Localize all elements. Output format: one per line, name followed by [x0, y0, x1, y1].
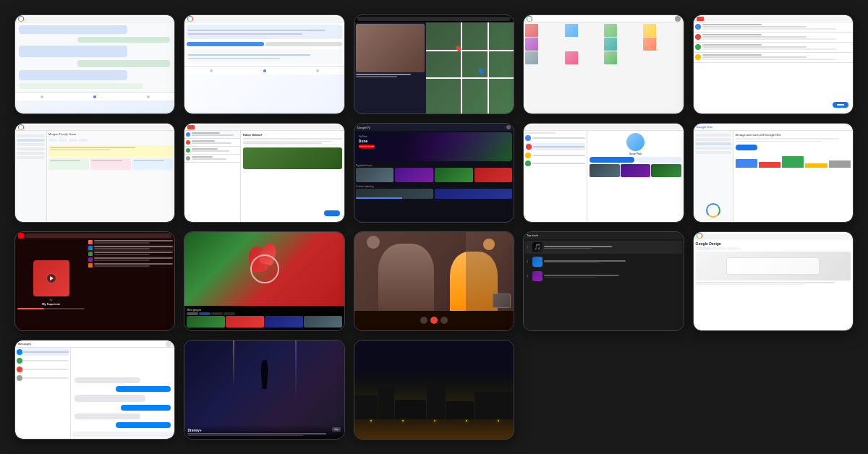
- top-charts-label: Top charts: [527, 234, 538, 237]
- supermix-label: My Supermix: [42, 302, 60, 306]
- tab-dot: [210, 69, 213, 72]
- google-logo: [187, 16, 193, 22]
- google-logo: [527, 16, 532, 22]
- tab-dot: [147, 95, 150, 98]
- disney-plus-label: Disney+: [187, 428, 341, 432]
- main-container: Morgan Family Home: [0, 0, 868, 454]
- get-storage-button[interactable]: [736, 145, 757, 150]
- search-bar[interactable]: [704, 234, 850, 238]
- tablet-translate[interactable]: [184, 14, 344, 114]
- storage-circle: [706, 203, 720, 218]
- play-button[interactable]: [46, 273, 56, 283]
- search-bar[interactable]: [195, 17, 341, 21]
- call-button[interactable]: [636, 157, 681, 163]
- google-logo: [18, 16, 24, 22]
- tab-dot: [41, 95, 43, 98]
- youtube-label: YouTube: [359, 135, 509, 138]
- avatar[interactable]: [166, 341, 171, 347]
- tablet-google-one[interactable]: Google One: [693, 123, 854, 223]
- tablet-google-meet[interactable]: [354, 231, 514, 331]
- tablet-contacts[interactable]: Susie Park: [523, 123, 684, 223]
- google-logo: [18, 124, 24, 130]
- google-tv-label: GoogleTV: [357, 126, 370, 129]
- search-bar-dark[interactable]: [357, 17, 511, 21]
- search-bar[interactable]: [25, 125, 171, 129]
- compose-button[interactable]: [324, 210, 340, 216]
- search-bar[interactable]: [25, 17, 171, 21]
- dune-title: Dune: [359, 139, 509, 143]
- bottom-tab-bar: [184, 66, 344, 74]
- tablets-grid: Morgan Family Home: [0, 0, 868, 454]
- tab-dot-active: [263, 69, 266, 72]
- why-badge: why: [332, 427, 340, 432]
- search-bar[interactable]: [196, 125, 341, 129]
- compose-button[interactable]: [833, 102, 848, 108]
- tablet-messages[interactable]: Messages: [14, 340, 175, 440]
- tablet-morgan-family[interactable]: Morgan Family Home: [14, 123, 175, 223]
- tahoe-subject: Tahoe Debrief: [243, 133, 342, 137]
- plant-name: Red ginger: [187, 308, 341, 312]
- google-one-label: Google One: [697, 125, 713, 129]
- watch-youtube-button[interactable]: Watch on YouTube: [359, 145, 375, 148]
- tablet-gmail-tahoe[interactable]: Tahoe Debrief: [184, 123, 344, 223]
- contact-name: Susie Park: [590, 153, 681, 155]
- youtube-music-logo: [18, 233, 24, 239]
- search-bar-dark[interactable]: [25, 234, 171, 238]
- tablet-assistant-chat[interactable]: [14, 14, 175, 114]
- end-call-button[interactable]: [430, 317, 438, 324]
- mute-button[interactable]: [420, 317, 427, 324]
- bottom-tab-bar: [15, 92, 174, 100]
- watch-label: Watch on YouTube: [359, 145, 374, 147]
- search-bar[interactable]: [527, 125, 680, 129]
- tablet-play-charts[interactable]: Top charts 1 🎵 2: [523, 231, 684, 331]
- tablet-youtube-music[interactable]: My My Supermix: [14, 231, 175, 331]
- avatar[interactable]: [675, 16, 681, 22]
- tablet-google-lens[interactable]: Red ginger: [184, 231, 344, 331]
- search-icon[interactable]: [506, 125, 511, 129]
- tablet-gmail[interactable]: [693, 14, 854, 114]
- tab-dot: [316, 69, 319, 72]
- gmail-logo: [187, 125, 195, 129]
- tablet-maps-food[interactable]: [354, 14, 514, 114]
- morgan-title: Morgan Family Home: [48, 132, 173, 136]
- google-logo: [697, 233, 702, 239]
- tablet-google-tv[interactable]: GoogleTV YouTube Dune Watch on YouTube: [354, 123, 514, 223]
- tiktok-icon: 🎵: [532, 242, 542, 252]
- search-bar[interactable]: [705, 17, 850, 21]
- google-design-title: Google Design: [696, 241, 851, 246]
- tablet-disney-plus[interactable]: Disney+ why: [184, 340, 344, 440]
- tablet-night-city[interactable]: [354, 340, 514, 440]
- tablet-chrome-google-design[interactable]: Google Design: [693, 231, 854, 331]
- message-button[interactable]: [590, 157, 634, 163]
- message-input[interactable]: [72, 432, 173, 437]
- tab-dot-active: [93, 95, 96, 98]
- tablet-photos[interactable]: [523, 14, 684, 114]
- camera-button[interactable]: [441, 317, 448, 324]
- gmail-logo: [697, 17, 704, 21]
